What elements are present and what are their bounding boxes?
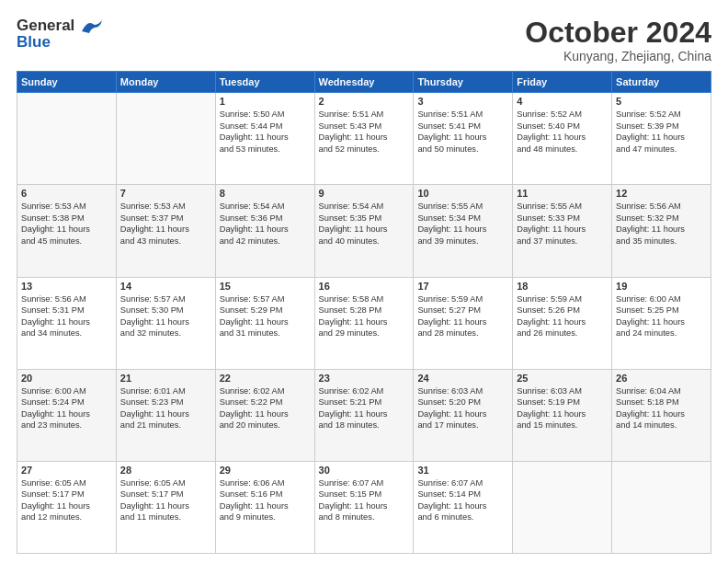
header: General Blue October 2024 Kunyang, Zheji… xyxy=(17,17,711,63)
cell-info: Sunrise: 6:03 AMSunset: 5:19 PMDaylight:… xyxy=(517,385,608,431)
weekday-header-sunday: Sunday xyxy=(17,72,117,93)
calendar-cell: 21Sunrise: 6:01 AMSunset: 5:23 PMDayligh… xyxy=(116,369,215,461)
cell-info: Sunrise: 5:53 AMSunset: 5:37 PMDaylight:… xyxy=(120,201,211,247)
calendar-cell: 20Sunrise: 6:00 AMSunset: 5:24 PMDayligh… xyxy=(17,369,117,461)
day-number: 15 xyxy=(220,281,311,292)
calendar-cell: 23Sunrise: 6:02 AMSunset: 5:21 PMDayligh… xyxy=(314,369,414,461)
calendar-week-row: 6Sunrise: 5:53 AMSunset: 5:38 PMDaylight… xyxy=(17,185,711,277)
day-number: 22 xyxy=(220,373,311,384)
cell-info: Sunrise: 6:05 AMSunset: 5:17 PMDaylight:… xyxy=(120,477,211,523)
cell-info: Sunrise: 6:05 AMSunset: 5:17 PMDaylight:… xyxy=(21,477,112,523)
calendar-cell: 24Sunrise: 6:03 AMSunset: 5:20 PMDayligh… xyxy=(414,369,513,461)
calendar-cell xyxy=(513,461,612,553)
cell-info: Sunrise: 5:56 AMSunset: 5:31 PMDaylight:… xyxy=(21,293,112,339)
cell-info: Sunrise: 5:54 AMSunset: 5:35 PMDaylight:… xyxy=(319,201,410,247)
calendar-cell: 28Sunrise: 6:05 AMSunset: 5:17 PMDayligh… xyxy=(116,461,215,553)
logo-bird-icon xyxy=(80,18,104,35)
calendar-cell: 14Sunrise: 5:57 AMSunset: 5:30 PMDayligh… xyxy=(116,277,215,369)
cell-info: Sunrise: 5:58 AMSunset: 5:28 PMDaylight:… xyxy=(319,293,410,339)
calendar-cell: 26Sunrise: 6:04 AMSunset: 5:18 PMDayligh… xyxy=(612,369,711,461)
day-number: 24 xyxy=(417,373,508,384)
day-number: 8 xyxy=(220,188,311,199)
day-number: 7 xyxy=(120,188,211,199)
calendar-cell xyxy=(612,461,711,553)
cell-info: Sunrise: 5:50 AMSunset: 5:44 PMDaylight:… xyxy=(220,109,311,155)
cell-info: Sunrise: 6:00 AMSunset: 5:24 PMDaylight:… xyxy=(21,385,112,431)
calendar-cell: 9Sunrise: 5:54 AMSunset: 5:35 PMDaylight… xyxy=(314,185,414,277)
day-number: 6 xyxy=(21,188,112,199)
day-number: 23 xyxy=(319,373,410,384)
cell-info: Sunrise: 5:57 AMSunset: 5:29 PMDaylight:… xyxy=(220,293,311,339)
calendar-cell: 16Sunrise: 5:58 AMSunset: 5:28 PMDayligh… xyxy=(314,277,414,369)
calendar-cell: 6Sunrise: 5:53 AMSunset: 5:38 PMDaylight… xyxy=(17,185,117,277)
cell-info: Sunrise: 6:02 AMSunset: 5:21 PMDaylight:… xyxy=(319,385,410,431)
day-number: 20 xyxy=(21,373,112,384)
cell-info: Sunrise: 5:57 AMSunset: 5:30 PMDaylight:… xyxy=(120,293,211,339)
cell-info: Sunrise: 5:53 AMSunset: 5:38 PMDaylight:… xyxy=(21,201,112,247)
day-number: 17 xyxy=(417,281,508,292)
calendar-cell: 2Sunrise: 5:51 AMSunset: 5:43 PMDaylight… xyxy=(314,93,414,185)
calendar-cell: 13Sunrise: 5:56 AMSunset: 5:31 PMDayligh… xyxy=(17,277,117,369)
calendar-cell: 30Sunrise: 6:07 AMSunset: 5:15 PMDayligh… xyxy=(314,461,414,553)
calendar-cell: 8Sunrise: 5:54 AMSunset: 5:36 PMDaylight… xyxy=(215,185,314,277)
cell-info: Sunrise: 5:55 AMSunset: 5:33 PMDaylight:… xyxy=(517,201,608,247)
calendar-cell xyxy=(17,93,117,185)
day-number: 11 xyxy=(517,188,608,199)
day-number: 16 xyxy=(319,281,410,292)
logo-text: General Blue xyxy=(17,17,104,52)
day-number: 30 xyxy=(319,465,410,476)
cell-info: Sunrise: 6:03 AMSunset: 5:20 PMDaylight:… xyxy=(417,385,508,431)
cell-info: Sunrise: 5:52 AMSunset: 5:39 PMDaylight:… xyxy=(616,109,707,155)
calendar-cell: 25Sunrise: 6:03 AMSunset: 5:19 PMDayligh… xyxy=(513,369,612,461)
month-title: October 2024 xyxy=(525,17,711,49)
day-number: 31 xyxy=(417,465,508,476)
calendar-week-row: 20Sunrise: 6:00 AMSunset: 5:24 PMDayligh… xyxy=(17,369,711,461)
calendar-cell: 4Sunrise: 5:52 AMSunset: 5:40 PMDaylight… xyxy=(513,93,612,185)
calendar-cell: 5Sunrise: 5:52 AMSunset: 5:39 PMDaylight… xyxy=(612,93,711,185)
weekday-header-monday: Monday xyxy=(116,72,215,93)
cell-info: Sunrise: 6:02 AMSunset: 5:22 PMDaylight:… xyxy=(220,385,311,431)
day-number: 12 xyxy=(616,188,707,199)
page: General Blue October 2024 Kunyang, Zheji… xyxy=(0,0,728,563)
day-number: 19 xyxy=(616,281,707,292)
day-number: 21 xyxy=(120,373,211,384)
weekday-header-friday: Friday xyxy=(513,72,612,93)
location-subtitle: Kunyang, Zhejiang, China xyxy=(525,49,711,63)
logo-blue: Blue xyxy=(17,33,104,52)
calendar-table: SundayMondayTuesdayWednesdayThursdayFrid… xyxy=(17,71,711,554)
day-number: 3 xyxy=(417,96,508,107)
calendar-week-row: 13Sunrise: 5:56 AMSunset: 5:31 PMDayligh… xyxy=(17,277,711,369)
calendar-cell: 1Sunrise: 5:50 AMSunset: 5:44 PMDaylight… xyxy=(215,93,314,185)
day-number: 4 xyxy=(517,96,608,107)
day-number: 2 xyxy=(319,96,410,107)
day-number: 5 xyxy=(616,96,707,107)
weekday-header-saturday: Saturday xyxy=(612,72,711,93)
cell-info: Sunrise: 6:00 AMSunset: 5:25 PMDaylight:… xyxy=(616,293,707,339)
day-number: 29 xyxy=(220,465,311,476)
cell-info: Sunrise: 6:07 AMSunset: 5:15 PMDaylight:… xyxy=(319,477,410,523)
weekday-header-tuesday: Tuesday xyxy=(215,72,314,93)
day-number: 28 xyxy=(120,465,211,476)
calendar-cell: 31Sunrise: 6:07 AMSunset: 5:14 PMDayligh… xyxy=(414,461,513,553)
cell-info: Sunrise: 5:51 AMSunset: 5:41 PMDaylight:… xyxy=(417,109,508,155)
cell-info: Sunrise: 5:59 AMSunset: 5:27 PMDaylight:… xyxy=(417,293,508,339)
calendar-week-row: 27Sunrise: 6:05 AMSunset: 5:17 PMDayligh… xyxy=(17,461,711,553)
cell-info: Sunrise: 5:54 AMSunset: 5:36 PMDaylight:… xyxy=(220,201,311,247)
calendar-cell: 18Sunrise: 5:59 AMSunset: 5:26 PMDayligh… xyxy=(513,277,612,369)
weekday-header-thursday: Thursday xyxy=(414,72,513,93)
calendar-cell: 12Sunrise: 5:56 AMSunset: 5:32 PMDayligh… xyxy=(612,185,711,277)
weekday-header-row: SundayMondayTuesdayWednesdayThursdayFrid… xyxy=(17,72,711,93)
day-number: 1 xyxy=(220,96,311,107)
cell-info: Sunrise: 5:52 AMSunset: 5:40 PMDaylight:… xyxy=(517,109,608,155)
logo: General Blue xyxy=(17,17,104,52)
day-number: 18 xyxy=(517,281,608,292)
day-number: 25 xyxy=(517,373,608,384)
cell-info: Sunrise: 5:55 AMSunset: 5:34 PMDaylight:… xyxy=(417,201,508,247)
calendar-cell: 11Sunrise: 5:55 AMSunset: 5:33 PMDayligh… xyxy=(513,185,612,277)
calendar-cell: 17Sunrise: 5:59 AMSunset: 5:27 PMDayligh… xyxy=(414,277,513,369)
cell-info: Sunrise: 6:04 AMSunset: 5:18 PMDaylight:… xyxy=(616,385,707,431)
calendar-cell: 15Sunrise: 5:57 AMSunset: 5:29 PMDayligh… xyxy=(215,277,314,369)
day-number: 27 xyxy=(21,465,112,476)
cell-info: Sunrise: 5:51 AMSunset: 5:43 PMDaylight:… xyxy=(319,109,410,155)
cell-info: Sunrise: 6:07 AMSunset: 5:14 PMDaylight:… xyxy=(417,477,508,523)
